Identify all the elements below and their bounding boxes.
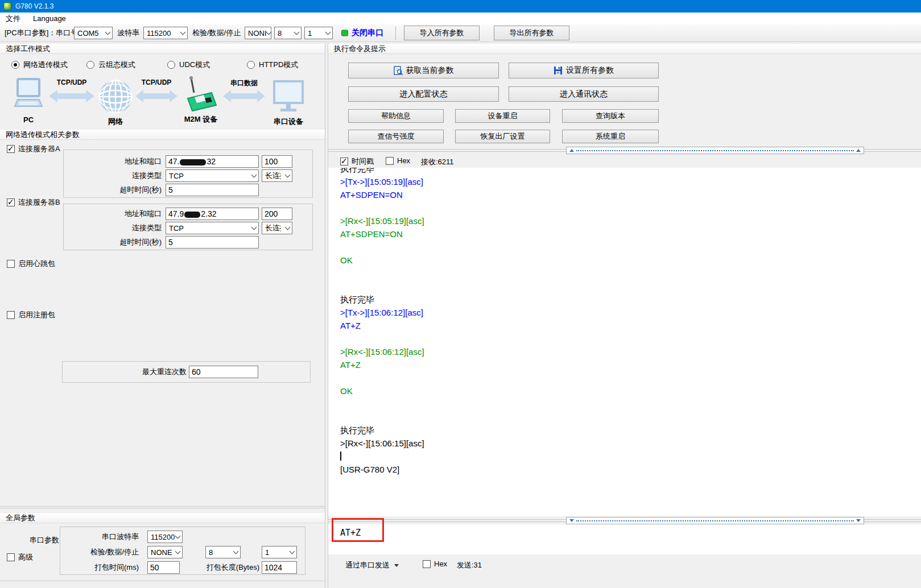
radio-cloud-mode[interactable]: 云组态模式 (86, 60, 135, 70)
com-port-select[interactable]: COM5 (74, 27, 113, 39)
radio-dot-icon (11, 61, 19, 69)
server-a-type-select[interactable]: TCP (166, 169, 259, 182)
send-text-area[interactable]: AT+Z (328, 524, 921, 554)
chevron-down-icon (266, 30, 271, 35)
get-current-params-button[interactable]: 获取当前参数 (348, 63, 499, 78)
pc-laptop-icon (14, 78, 43, 113)
pc-serial-label: [PC串口参数]：串口号 (5, 28, 78, 38)
parity-select[interactable]: NONI (245, 27, 271, 39)
checkbox-icon (386, 157, 394, 165)
log-line: 执行完毕 (340, 293, 921, 306)
enter-config-state-button[interactable]: 进入配置状态 (348, 86, 499, 102)
server-b-checkbox[interactable]: 连接服务器B (7, 197, 60, 208)
server-a-port-input[interactable]: 100 (262, 155, 292, 168)
baud-select[interactable]: 115200 (143, 27, 188, 39)
register-packet-checkbox[interactable]: 启用注册包 (7, 310, 55, 320)
device-restart-button[interactable]: 设备重启 (455, 109, 550, 123)
checkbox-icon (7, 553, 15, 561)
log-line (340, 332, 921, 345)
chevron-down-icon (285, 225, 291, 230)
global-parity-select[interactable]: NONE (147, 546, 183, 558)
menu-language[interactable]: Language (33, 14, 66, 23)
checkbox-icon (7, 260, 15, 268)
log-line (340, 450, 921, 463)
chevron-down-icon (105, 30, 111, 35)
close-port-button[interactable]: 关闭串口 (352, 28, 383, 38)
global-data-bits-select[interactable]: 8 (205, 546, 241, 558)
query-signal-button[interactable]: 查信号强度 (348, 130, 444, 143)
addr-port-label: 地址和端口 (64, 155, 162, 168)
recv-hex-checkbox[interactable]: Hex (386, 156, 410, 165)
app-icon (3, 2, 11, 10)
network-globe-icon (98, 78, 133, 115)
server-a-timeout-input[interactable]: 5 (166, 184, 259, 196)
checkbox-icon (7, 198, 15, 206)
pack-time-input[interactable]: 50 (147, 561, 180, 574)
log-line: >[Rx<-][15:06:12][asc] (340, 345, 921, 358)
server-b-keep-select[interactable]: 长连接 (262, 222, 292, 234)
serial-toolbar: [PC串口参数]：串口号 COM5 波特率 115200 检验/数据/停止 NO… (0, 24, 921, 42)
log-line: >[Tx->][15:06:12][asc] (340, 306, 921, 319)
node-label-network: 网络 (98, 117, 133, 127)
query-version-button[interactable]: 查询版本 (562, 109, 659, 123)
serial-params-group: 串口波特率 115200 检验/数据/停止 NONE 8 1 打包时间(ms) … (60, 527, 305, 575)
server-b-type-select[interactable]: TCP (166, 222, 259, 234)
system-restart-button[interactable]: 系统重启 (562, 130, 659, 143)
recv-counter: 接收:6211 (421, 157, 454, 167)
menu-bar: 文件 Language (0, 13, 921, 24)
left-bottom-line (0, 581, 325, 581)
radio-dot-icon (86, 61, 94, 69)
enter-comm-state-button[interactable]: 进入通讯状态 (509, 86, 659, 102)
node-label-pc: PC (14, 115, 43, 124)
radio-udc-mode[interactable]: UDC模式 (167, 60, 210, 70)
log-line: >[Rx<-][15:05:19][asc] (340, 214, 921, 227)
stop-bits-select[interactable]: 1 (304, 27, 333, 39)
pack-len-input[interactable]: 1024 (262, 561, 297, 574)
set-all-params-button[interactable]: 设置所有参数 (509, 63, 659, 78)
splitter-dots (576, 150, 854, 151)
server-b-timeout-input[interactable]: 5 (166, 236, 259, 249)
server-a-checkbox[interactable]: 连接服务器A (7, 144, 60, 154)
node-label-serial-device: 串口设备 (265, 117, 312, 127)
node-label-m2m: M2M 设备 (176, 114, 225, 125)
timestamp-checkbox[interactable]: 时间戳 (340, 156, 374, 167)
baud-label: 波特率 (117, 28, 139, 38)
advanced-checkbox[interactable]: 高级 (7, 552, 33, 562)
factory-reset-button[interactable]: 恢复出厂设置 (455, 130, 550, 143)
reconnect-input[interactable]: 60 (189, 366, 258, 378)
global-stop-bits-select[interactable]: 1 (262, 546, 297, 558)
import-params-button[interactable]: 导入所有参数 (404, 26, 480, 40)
radio-net-transparent-mode[interactable]: 网络透传模式 (11, 60, 68, 70)
server-a-keep-select[interactable]: 长连接 (262, 169, 292, 182)
export-params-button[interactable]: 导出所有参数 (494, 26, 569, 40)
splitter-handle-bottom[interactable] (566, 517, 864, 524)
data-bits-select[interactable]: 8 (274, 27, 302, 39)
reconnect-label: 最大重连次数 (63, 366, 187, 378)
log-line: 执行完毕 (340, 168, 921, 175)
log-line: >[Tx->][15:05:19][asc] (340, 175, 921, 188)
checkbox-icon (423, 560, 431, 568)
checkbox-icon (7, 311, 15, 319)
chevron-down-icon (325, 30, 331, 35)
server-b-port-input[interactable]: 200 (262, 208, 292, 220)
radio-httpd-mode[interactable]: HTTPD模式 (247, 60, 298, 70)
global-baud-select[interactable]: 115200 (147, 531, 183, 543)
server-a-address-input[interactable]: 47.32 (166, 155, 259, 168)
conn-type-label: 连接类型 (64, 169, 162, 182)
help-info-button[interactable]: 帮助信息 (348, 109, 444, 123)
double-arrow-icon (49, 89, 94, 103)
reconnect-group: 最大重连次数 60 (62, 361, 311, 383)
chevron-down-icon (180, 30, 186, 35)
server-b-address-input[interactable]: 47.92.32 (166, 208, 259, 220)
chevron-down-icon (251, 225, 257, 230)
floppy-save-icon (554, 66, 563, 75)
global-parity-label: 检验/数据/停止 (60, 546, 139, 558)
send-hex-checkbox[interactable]: Hex (423, 560, 447, 568)
log-output[interactable]: 执行完毕 >[Tx->][15:05:19][asc] AT+SDPEN=ON … (328, 168, 921, 516)
timeout-label: 超时时间(秒) (64, 184, 162, 196)
send-via-dropdown[interactable]: 通过串口发送 (345, 560, 399, 570)
heartbeat-checkbox[interactable]: 启用心跳包 (7, 259, 55, 269)
log-line (340, 280, 921, 293)
splitter-handle-top[interactable] (566, 147, 864, 154)
menu-file[interactable]: 文件 (6, 14, 20, 24)
